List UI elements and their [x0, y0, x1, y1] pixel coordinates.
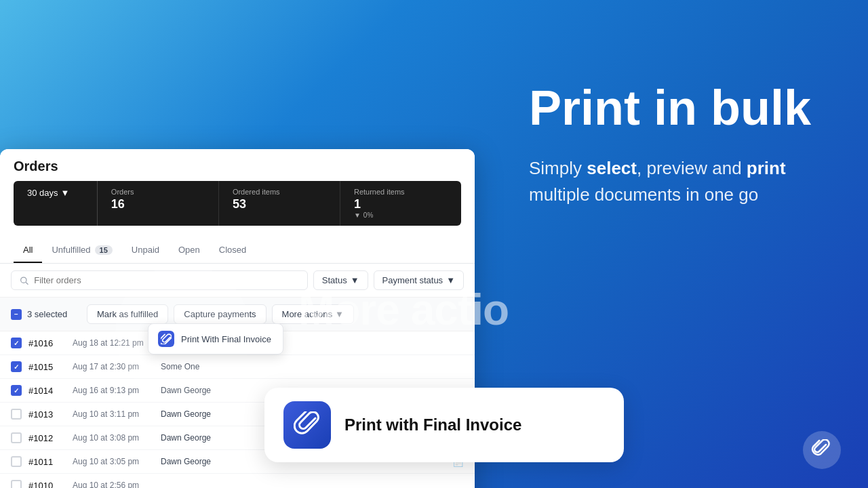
svg-line-1	[26, 282, 28, 284]
row-checkbox[interactable]: ✓	[11, 361, 22, 372]
tab-open[interactable]: Open	[169, 238, 210, 263]
row-checkbox[interactable]: ✓	[11, 338, 22, 348]
order-row[interactable]: #1010 Aug 10 at 2:56 pm	[0, 474, 475, 488]
row-checkbox[interactable]	[11, 480, 22, 488]
feature-card: Print with Final Invoice	[264, 388, 624, 462]
tab-all[interactable]: All	[14, 238, 42, 263]
payment-status-filter-btn[interactable]: Payment status ▼	[374, 270, 464, 290]
row-checkbox[interactable]: ✓	[11, 385, 22, 396]
mark-fulfilled-btn[interactable]: Mark as fulfilled	[87, 304, 168, 324]
more-actions-btn[interactable]: More actions ▼	[272, 304, 354, 324]
days-stat[interactable]: 30 days ▼	[14, 181, 98, 226]
status-filter-btn[interactable]: Status ▼	[313, 270, 368, 290]
tabs-row: All Unfulfilled 15 Unpaid Open Closed	[0, 238, 475, 264]
returned-items-stat: Returned items 1 ▼ 0%	[340, 181, 461, 226]
subtext: Simply select, preview and print multipl…	[529, 155, 827, 208]
tab-closed[interactable]: Closed	[210, 238, 256, 263]
select-all-checkbox[interactable]: −	[11, 309, 22, 320]
search-input[interactable]	[34, 275, 299, 285]
days-selector[interactable]: 30 days ▼	[27, 188, 83, 198]
orders-header: Orders 30 days ▼ Orders 16 Ordered items…	[0, 149, 475, 232]
headline: Print in bulk	[529, 81, 827, 135]
more-actions-dropdown: Print With Final Invoice	[148, 323, 283, 354]
stats-bar: 30 days ▼ Orders 16 Ordered items 53 Ret…	[14, 181, 461, 226]
tab-unfulfilled[interactable]: Unfulfilled 15	[42, 238, 121, 263]
orders-title: Orders	[14, 159, 461, 174]
action-bar: − 3 selected Mark as fulfilled Capture p…	[0, 298, 475, 331]
search-box[interactable]	[11, 270, 308, 290]
row-checkbox[interactable]	[11, 409, 22, 420]
ordered-items-stat: Ordered items 53	[219, 181, 340, 226]
bottom-logo	[803, 431, 841, 469]
feature-card-label: Print with Final Invoice	[344, 414, 521, 435]
print-final-invoice-icon	[158, 331, 174, 347]
right-panel: Print in bulk Simply select, preview and…	[529, 81, 827, 208]
selected-count: 3 selected	[27, 309, 81, 319]
svg-point-0	[21, 277, 26, 283]
row-checkbox[interactable]	[11, 456, 22, 467]
print-final-invoice-item[interactable]: Print With Final Invoice	[149, 324, 283, 354]
feature-paperclip-icon	[294, 411, 321, 439]
feature-card-icon	[283, 401, 331, 449]
unfulfilled-badge: 15	[95, 245, 113, 255]
search-icon	[20, 276, 28, 285]
paperclip-icon	[161, 333, 172, 344]
order-row[interactable]: ✓ #1015 Aug 17 at 2:30 pm Some One	[0, 355, 475, 379]
row-checkbox[interactable]	[11, 432, 22, 443]
toolbar: Status ▼ Payment status ▼	[0, 264, 475, 298]
chevron-down-icon: ▼	[335, 309, 344, 319]
capture-payments-btn[interactable]: Capture payments	[174, 304, 266, 324]
tab-unpaid[interactable]: Unpaid	[122, 238, 169, 263]
logo-icon	[811, 439, 833, 461]
orders-stat: Orders 16	[98, 181, 219, 226]
